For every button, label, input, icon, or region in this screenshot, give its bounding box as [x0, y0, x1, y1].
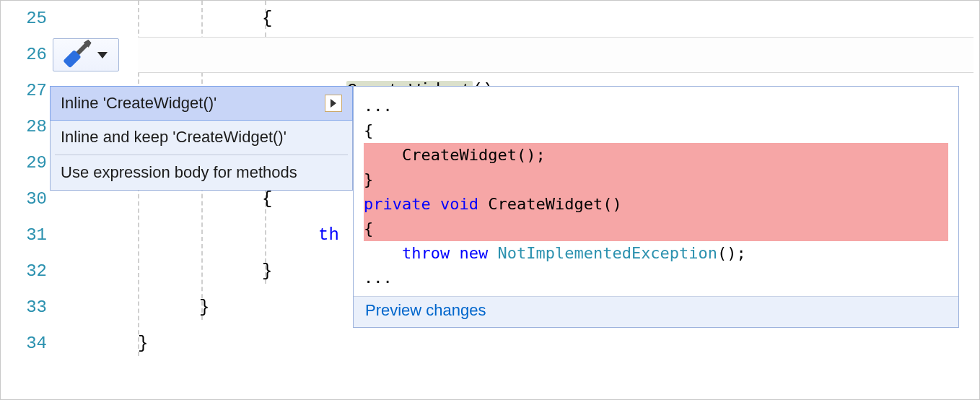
code-line[interactable]: } — [262, 253, 272, 290]
line-number: 27 — [1, 73, 47, 109]
preview-line-removed: private void CreateWidget() — [364, 192, 948, 217]
line-number: 29 — [1, 145, 47, 181]
menu-item-inline[interactable]: Inline 'CreateWidget()' — [50, 86, 353, 121]
code-line[interactable]: th — [318, 217, 339, 253]
submenu-expand-button[interactable] — [325, 95, 342, 112]
line-number: 34 — [1, 326, 47, 362]
current-line-highlight — [138, 37, 974, 73]
line-number-gutter: 25 26 27 28 29 30 31 32 33 34 — [1, 1, 53, 399]
preview-diff: ... { CreateWidget(); } private void Cre… — [354, 87, 958, 296]
menu-item-expression-body[interactable]: Use expression body for methods — [51, 155, 352, 190]
line-number: 28 — [1, 109, 47, 145]
line-number: 26 — [1, 37, 47, 73]
preview-line-removed: CreateWidget(); — [364, 143, 948, 168]
preview-changes-link[interactable]: Preview changes — [354, 296, 958, 327]
code-line-current[interactable]: CreateWidget(); — [325, 37, 504, 73]
quick-actions-menu: Inline 'CreateWidget()' Inline and keep … — [50, 86, 353, 191]
line-number: 33 — [1, 290, 47, 326]
menu-item-label: Inline 'CreateWidget()' — [61, 86, 216, 121]
code-line[interactable]: } — [199, 290, 209, 326]
preview-line: ... — [364, 94, 948, 118]
preview-line-removed: { — [364, 217, 948, 241]
preview-line: ... — [364, 266, 948, 290]
line-number: 32 — [1, 253, 47, 290]
line-number: 30 — [1, 181, 47, 217]
chevron-down-icon — [97, 52, 108, 58]
preview-line: { — [364, 118, 948, 143]
quick-actions-button[interactable] — [53, 38, 119, 71]
code-line[interactable]: } — [138, 326, 148, 362]
line-number: 25 — [1, 1, 47, 37]
screwdriver-icon — [59, 37, 96, 74]
preview-line: throw new NotImplementedException(); — [364, 241, 948, 266]
menu-item-label: Inline and keep 'CreateWidget()' — [61, 120, 286, 155]
preview-line-removed: } — [364, 168, 948, 192]
chevron-right-icon — [331, 99, 336, 108]
refactor-preview-panel: ... { CreateWidget(); } private void Cre… — [353, 86, 959, 328]
menu-item-label: Use expression body for methods — [61, 155, 297, 190]
menu-item-inline-keep[interactable]: Inline and keep 'CreateWidget()' — [51, 120, 352, 155]
code-line[interactable]: { — [262, 1, 272, 37]
line-number: 31 — [1, 217, 47, 253]
keyword: th — [318, 225, 339, 245]
